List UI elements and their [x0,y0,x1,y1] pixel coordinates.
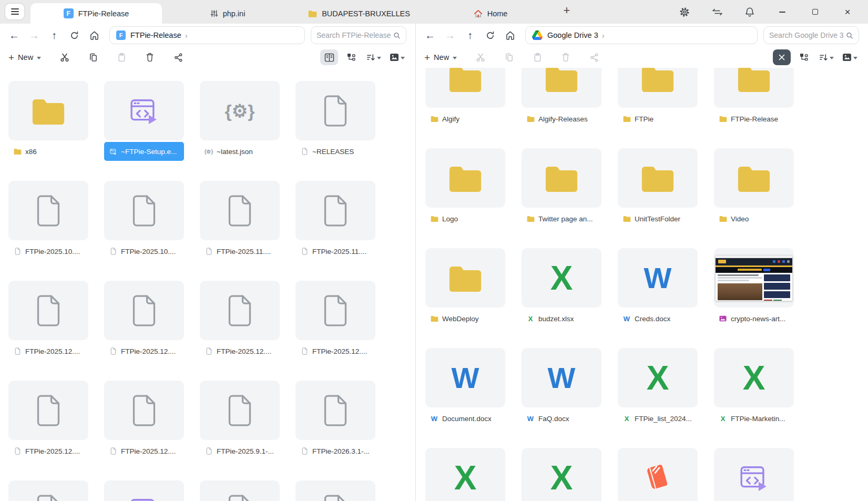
forward-button[interactable]: → [441,27,459,44]
cut-button[interactable] [472,49,489,65]
cut-button[interactable] [56,49,74,65]
new-tab-button[interactable]: + [556,0,577,21]
file-tile [618,148,698,208]
new-button[interactable]: + New [424,53,457,63]
tab-php-ini[interactable]: php.ini [162,3,293,24]
file-item[interactable]: crypto-news-art... [714,248,794,328]
file-item[interactable] [200,480,280,501]
dual-pane-toggle[interactable] [320,49,338,65]
tab-ftpie-release[interactable]: FFTPie-Release [30,3,162,24]
tab-budapest-bruxelles[interactable]: BUDAPEST-BRUXELLES [293,3,425,24]
copy-button[interactable] [500,49,518,65]
file-item[interactable] [714,448,794,501]
pane-right: ← → ↑ Google Drive 3 › [416,24,868,501]
left-command-bar: + New [0,47,415,68]
sort-button[interactable] [364,49,383,65]
file-item[interactable] [618,448,698,501]
file-item[interactable]: FTPie-2025.12.... [104,281,184,361]
share-button[interactable] [169,49,187,65]
chevron-down-icon [401,57,405,59]
sort-button[interactable] [817,49,836,65]
file-item[interactable]: FTPie-2025.11.... [200,181,280,261]
minimize-button[interactable] [777,6,788,18]
file-item[interactable] [8,480,88,501]
file-item[interactable] [295,480,375,501]
file-item[interactable]: XXFTPie_list_2024... [618,348,698,428]
hamburger-menu-button[interactable] [5,4,24,19]
file-item[interactable]: FTPie-2025.11.... [295,181,375,261]
view-mode-button[interactable] [387,49,407,65]
file-tile [200,381,280,440]
image-icon [719,315,727,322]
home-button[interactable] [501,27,519,44]
settings-icon[interactable] [679,6,690,18]
file-item[interactable]: FTPie-2025.10.... [8,181,88,261]
up-button[interactable]: ↑ [45,27,64,44]
file-item[interactable]: FTPie-2025.12.... [295,281,375,361]
file-item[interactable]: FTPie-2026.3.1-... [295,381,375,461]
delete-button[interactable] [557,49,575,65]
file-item[interactable]: X [522,448,601,501]
paste-button[interactable] [113,49,130,65]
file-item[interactable]: FTPie-2025.12.... [8,281,88,361]
file-item[interactable]: WWFaQ.docx [522,348,601,428]
json-icon: {⚙} [225,100,255,121]
excel-icon: X [721,415,726,422]
file-item[interactable]: x86 [8,81,88,161]
refresh-button[interactable] [65,27,84,44]
back-button[interactable]: ← [421,27,440,44]
view-mode-button[interactable] [840,49,860,65]
file-item[interactable]: Twitter page an... [522,148,601,228]
notifications-icon[interactable] [744,6,755,18]
tab-home[interactable]: Home [425,3,556,24]
file-item[interactable]: XXbudzet.xlsx [522,248,601,328]
file-item[interactable]: WebDeploy [425,248,505,328]
close-split-button[interactable] [773,49,791,65]
file-item[interactable]: FTPie [618,68,698,128]
file-item[interactable]: FTPie-2025.12.... [8,381,88,461]
search-input[interactable] [316,31,393,39]
back-button[interactable]: ← [5,27,24,44]
file-item[interactable]: Video [714,148,794,228]
file-item[interactable]: FTPie-2025.9.1-... [200,381,280,461]
search-box[interactable] [311,26,406,44]
file-item[interactable]: WWDocument.docx [425,348,505,428]
file-item[interactable]: XXFTPie-Marketin... [714,348,794,428]
file-item[interactable]: {⚙}{⚙}~latest.json [200,81,280,161]
up-button[interactable]: ↑ [461,27,479,44]
file-item[interactable]: Algify [425,68,505,128]
swap-panes-icon[interactable] [711,6,723,18]
file-item[interactable]: Logo [425,148,505,228]
search-box[interactable] [763,26,859,44]
file-item[interactable]: FTPie-2025.12.... [104,381,184,461]
paste-button[interactable] [528,49,546,65]
file-item[interactable]: WWCreds.docx [618,248,698,328]
delete-button[interactable] [141,49,159,65]
file-item[interactable]: FTPie-Release [714,68,794,128]
pane-left: ← → ↑ F FTPie-Release › [0,24,415,501]
maximize-button[interactable] [809,6,821,18]
address-bar[interactable]: Google Drive 3 › [525,26,758,44]
file-item[interactable] [104,480,184,501]
search-input[interactable] [769,31,846,39]
file-item[interactable]: FTPie-2025.10.... [104,181,184,261]
address-bar[interactable]: F FTPie-Release › [109,26,305,44]
home-button[interactable] [85,27,104,44]
copy-button[interactable] [84,49,102,65]
share-button[interactable] [585,49,603,65]
refresh-button[interactable] [481,27,499,44]
new-button[interactable]: + New [8,53,41,63]
tree-view-button[interactable] [342,49,360,65]
file-item[interactable]: FTPie-2025.12.... [200,281,280,361]
tree-view-button[interactable] [795,49,813,65]
file-item[interactable]: UnitTestFolder [618,148,698,228]
excel-icon: X [528,315,533,322]
file-item[interactable]: ~FTPie-Setup.e... [104,81,184,161]
file-item[interactable]: Algify-Releases [522,68,601,128]
file-label: Algify-Releases [522,109,601,128]
close-button[interactable]: × [842,6,853,18]
folder-icon [431,216,438,222]
file-item[interactable]: X [425,448,505,501]
file-item[interactable]: ~RELEASES [295,81,375,161]
forward-button[interactable]: → [25,27,44,44]
